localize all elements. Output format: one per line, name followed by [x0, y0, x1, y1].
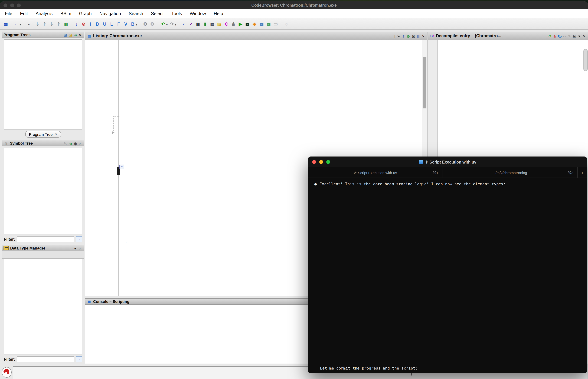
forward-icon[interactable]: → — [22, 21, 28, 27]
save-program-icon[interactable]: ▦ — [3, 21, 9, 27]
pull-down-icon[interactable]: ↓ — [74, 21, 80, 27]
terminal-tab-2[interactable]: ~/m/v/chromatroning ⌘2 — [443, 167, 577, 178]
cursor-location-icon[interactable]: ➢ — [396, 34, 401, 39]
minimize-window-icon[interactable] — [10, 3, 14, 7]
define-float-icon[interactable]: F — [116, 21, 122, 27]
redo-icon[interactable]: ↷ — [169, 21, 175, 27]
menu-search[interactable]: Search — [129, 11, 143, 16]
terminal-body[interactable]: ●Excellent! This is the core beam tracin… — [308, 178, 587, 373]
menu-bsim[interactable]: BSim — [60, 11, 71, 16]
menu-help[interactable]: Help — [214, 11, 223, 16]
run-script-icon[interactable]: ▶ — [237, 21, 243, 27]
decompile-scrollbar-thumb[interactable] — [583, 49, 588, 71]
define-undefined-icon[interactable]: U — [102, 21, 108, 27]
clear-highlight-icon[interactable]: ▭ — [273, 21, 279, 27]
data-types-folder-icon[interactable]: ▨ — [216, 21, 222, 27]
binary-viewer-icon[interactable]: ▥ — [195, 21, 201, 27]
table-chooser-icon[interactable]: ▦ — [266, 21, 271, 27]
menu-caret-icon[interactable]: ▾ — [577, 34, 582, 39]
decompiler-book-icon[interactable]: ▮ — [202, 21, 208, 27]
undo-icon[interactable]: ↶ — [160, 21, 166, 27]
refresh-icon[interactable]: ↻ — [547, 34, 552, 39]
listing-scrollbar-thumb[interactable] — [423, 57, 426, 109]
dropdown-caret-icon[interactable]: ▾ — [175, 24, 176, 26]
close-icon[interactable]: × — [421, 34, 426, 38]
menu-window[interactable]: Window — [190, 11, 206, 16]
program-tree-tab[interactable]: Program Tree × — [25, 131, 61, 138]
close-window-icon[interactable] — [3, 3, 7, 7]
disassemble-down-icon[interactable]: ⇓ — [49, 21, 55, 27]
ro-icon[interactable]: Ro — [557, 34, 562, 39]
filter-options-icon[interactable]: → — [76, 236, 82, 242]
filter-options-icon[interactable]: → — [76, 356, 82, 362]
symbol-tree-filter-input[interactable] — [17, 236, 74, 242]
define-dword-icon[interactable]: V — [123, 21, 129, 27]
menu-select[interactable]: Select — [151, 11, 164, 16]
menu-edit[interactable]: Edit — [20, 11, 28, 16]
define-int-icon[interactable]: I — [88, 21, 94, 27]
terminal-minimize-icon[interactable] — [319, 160, 323, 164]
disassemble-up-icon[interactable]: ⇑ — [56, 21, 62, 27]
search-memory-icon[interactable]: ◌ — [284, 21, 289, 27]
close-icon[interactable]: × — [582, 34, 587, 38]
terminal-zoom-icon[interactable] — [326, 160, 330, 164]
function-call-graph-icon[interactable]: ⋔ — [230, 21, 236, 27]
listing-header[interactable]: ▤ Listing: Chromatron.exe ▱▯➢⇟≶◉▥× — [85, 32, 427, 40]
restore-register-icon[interactable]: ⚙ — [149, 21, 155, 27]
symbol-tree-header[interactable]: ⋔ Symbol Tree ✎⇥◉× — [2, 140, 84, 146]
assume-register-icon[interactable]: ⚙ — [142, 21, 148, 27]
table-view-icon[interactable]: ▦ — [258, 21, 265, 27]
camera-icon[interactable]: ◉ — [73, 142, 78, 146]
copy-icon[interactable]: ▱ — [562, 34, 567, 39]
memory-map-icon[interactable]: ▦ — [244, 21, 251, 27]
bookmark-icon[interactable]: ◆ — [252, 21, 257, 27]
create-function-icon[interactable]: C — [223, 21, 229, 27]
import-icon[interactable]: ⇥ — [68, 142, 73, 146]
dtm-filter-input[interactable] — [17, 356, 74, 362]
new-tab-button[interactable]: + — [577, 167, 587, 178]
terminal-close-icon[interactable] — [312, 160, 316, 164]
byte-viewer-toggle-icon[interactable]: ▥ — [63, 21, 69, 27]
camera-icon[interactable]: ◉ — [572, 34, 577, 39]
decompile-header[interactable]: Cf Decompile: entry – (Chromatro... ↻⋔Ro… — [428, 32, 588, 40]
paste-icon[interactable]: ▯ — [391, 34, 396, 39]
ghidra-logo-icon[interactable] — [2, 367, 12, 378]
dtm-header[interactable]: DT Data Type Manager ▾× — [2, 245, 84, 251]
margin-toggle-icon[interactable]: ▥ — [416, 34, 421, 39]
diff-icon[interactable]: ≶ — [406, 34, 411, 39]
auto-analyze-icon[interactable]: ◐ — [181, 21, 187, 27]
define-double-icon[interactable]: D — [95, 21, 101, 27]
dropdown-caret-icon[interactable]: ▾ — [166, 24, 168, 26]
import-icon[interactable]: ⇥ — [73, 33, 78, 38]
program-tree-tab-close-icon[interactable]: × — [55, 132, 57, 136]
define-long-icon[interactable]: L — [109, 21, 115, 27]
new-tree-icon[interactable]: ⊞ — [63, 33, 68, 38]
validate-icon[interactable]: ✓ — [188, 21, 194, 27]
close-icon[interactable]: × — [78, 33, 83, 37]
edit-icon[interactable]: ✎ — [63, 142, 68, 146]
clear-code-icon[interactable]: ⇓ — [34, 21, 41, 27]
open-folder-icon[interactable]: ▨ — [68, 33, 73, 38]
expand-fields-icon[interactable]: ⇟ — [401, 34, 406, 39]
back-icon[interactable]: ← — [14, 21, 19, 27]
zoom-window-icon[interactable] — [17, 3, 21, 7]
dropdown-caret-icon[interactable]: ▾ — [20, 24, 21, 26]
edit-icon[interactable]: ✎ — [567, 34, 572, 39]
dropdown-caret-icon[interactable]: ▾ — [28, 24, 30, 26]
menu-analysis[interactable]: Analysis — [36, 11, 53, 16]
dropdown-caret-icon[interactable]: ▾ — [136, 24, 137, 26]
program-trees-header[interactable]: Program Trees ⊞▨⇥× — [2, 32, 84, 38]
menu-graph[interactable]: Graph — [79, 11, 92, 16]
prohibit-icon[interactable]: ⊘ — [81, 21, 86, 27]
bytes-view-icon[interactable]: ▦ — [209, 21, 215, 27]
menu-tools[interactable]: Tools — [171, 11, 182, 16]
copy-icon[interactable]: ▱ — [386, 34, 391, 39]
close-icon[interactable]: × — [78, 141, 83, 146]
menu-caret-icon[interactable]: ▾ — [73, 246, 78, 251]
menu-file[interactable]: File — [5, 11, 12, 16]
snapshot-icon[interactable]: ◉ — [411, 34, 416, 39]
graph-icon[interactable]: ⋔ — [552, 34, 557, 39]
define-byte-icon[interactable]: B — [130, 21, 136, 27]
menu-navigation[interactable]: Navigation — [100, 11, 121, 16]
terminal-tab-1[interactable]: ✳ Script Execution with uv ⌘1 — [308, 167, 443, 178]
